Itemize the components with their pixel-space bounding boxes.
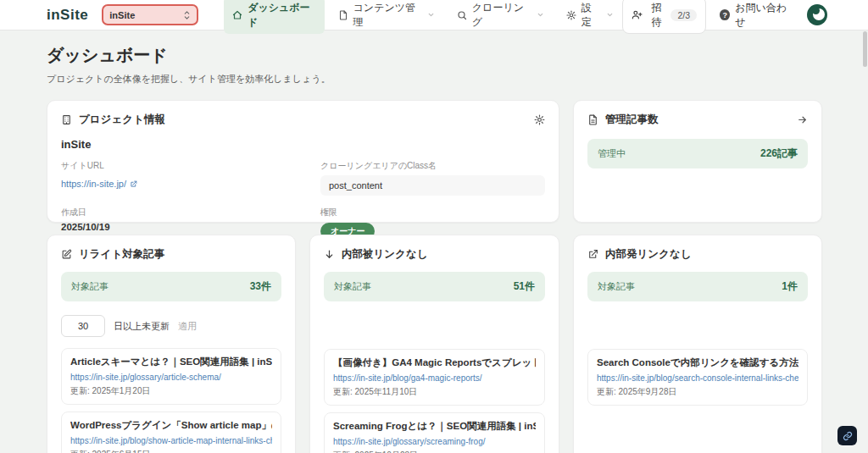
days-suffix-label: 日以上未更新 [114,320,170,333]
building-icon [61,114,72,125]
inbound-count-row: 対象記事 51件 [324,272,545,301]
brand-logo: inSite [47,7,88,24]
nav-content-management[interactable]: コンテンツ管理 [330,0,443,34]
user-avatar[interactable] [807,4,827,25]
external-link-icon [587,249,598,260]
no-inbound-links-card: 内部被リンクなし 対象記事 51件 【画像付き】GA4 Magic Report… [309,235,559,453]
top-card-row: プロジェクト情報 inSite サイトURL https://in-site.j… [47,100,822,223]
chevron-down-icon [537,11,544,19]
gear-icon [566,10,576,20]
article-list-item[interactable]: 【画像付き】GA4 Magic ReportsでスプレッドシートとGA4を自動…… [324,349,545,406]
chevron-down-icon [427,11,435,19]
site-url-text: https://in-site.jp/ [61,179,126,189]
article-title: 【画像付き】GA4 Magic ReportsでスプレッドシートとGA4を自動… [333,356,536,369]
days-input[interactable] [61,315,105,337]
managed-count-label: 管理中 [598,147,626,160]
crawl-class-label: クローリングエリアのClass名 [320,160,545,172]
managed-articles-title: 管理記事数 [605,113,659,127]
crawl-class-value: post_content [320,175,545,196]
invite-count-badge: 2/3 [670,9,697,21]
managed-count-row: 管理中 226記事 [587,139,808,168]
nav-crawling[interactable]: クローリング [448,0,553,34]
article-url-link[interactable]: https://in-site.jp/blog/ga4-magic-report… [333,373,536,383]
inbound-card-title: 内部被リンクなし [342,247,427,262]
main-content: ダッシュボード プロジェクトの全体像を把握し、サイト管理を効率化しましょう。 プ… [0,30,868,453]
home-icon [232,10,242,20]
arrow-down-icon [324,249,335,260]
page-title: ダッシュボード [47,44,822,67]
inbound-count-label: 対象記事 [334,280,371,293]
nav-dashboard[interactable]: ダッシュボード [224,0,324,34]
article-title: Search Consoleで内部リンクを確認する方法【画面キャプチャで詳… [597,356,798,369]
nav-settings-label: 設定 [581,1,599,30]
external-link-icon [130,180,137,188]
project-select[interactable]: inSite [102,4,198,25]
arrow-right-icon[interactable] [797,114,808,125]
scrollbar-thumb[interactable] [863,31,867,67]
project-select-value: inSite [109,10,135,20]
article-list-item[interactable]: Articleスキーマとは？｜SEO関連用語集 | inSite(インサイト) … [61,348,281,405]
bottom-card-row: リライト対象記事 対象記事 33件 日以上未更新 適用 Articleスキーマと… [47,235,822,453]
rewrite-card-title: リライト対象記事 [79,247,164,262]
article-updated: 更新: 2025年9月28日 [597,386,798,398]
article-title: Screaming Frogとは？｜SEO関連用語集 | inSite(インサイ… [333,420,536,433]
article-updated: 更新: 2025年1月20日 [70,385,272,397]
project-info-card: プロジェクト情報 inSite サイトURL https://in-site.j… [47,100,559,223]
link-widget-button[interactable] [837,426,857,445]
file-text-icon [587,114,598,125]
search-icon [457,10,467,20]
contact-link[interactable]: ? お問い合わせ [720,1,793,30]
created-date-value: 2025/10/19 [61,222,278,232]
invite-button[interactable]: 招待 2/3 [622,0,706,34]
article-url-link[interactable]: https://in-site.jp/glossary/screaming-fr… [333,437,536,446]
inbound-count-value: 51件 [514,279,535,294]
rewrite-targets-card: リライト対象記事 対象記事 33件 日以上未更新 適用 Articleスキーマと… [47,235,296,453]
managed-count-value: 226記事 [760,146,798,161]
user-plus-icon [632,9,643,20]
nav-dashboard-label: ダッシュボード [248,1,315,30]
created-date-label: 作成日 [61,207,278,218]
article-updated: 更新: 2025年6月15日 [70,449,272,453]
outbound-count-value: 1件 [782,279,798,294]
managed-articles-card: 管理記事数 管理中 226記事 [573,100,822,223]
top-navbar: inSite inSite ダッシュボード コンテンツ管理 クロー [0,0,868,30]
article-url-link[interactable]: https://in-site.jp/blog/search-console-i… [597,373,798,383]
article-url-link[interactable]: https://in-site.jp/blog/show-article-map… [70,436,272,445]
site-url-label: サイトURL [61,160,278,172]
contact-label: お問い合わせ [735,1,793,30]
site-url-link[interactable]: https://in-site.jp/ [61,179,137,189]
rewrite-count-row: 対象記事 33件 [61,272,281,301]
article-title: WordPressプラグイン「Show article map」の使い方を解説 [70,419,272,432]
no-outbound-links-card: 内部発リンクなし 対象記事 1件 Search Consoleで内部リンクを確認… [573,235,822,453]
article-title: Articleスキーマとは？｜SEO関連用語集 | inSite(インサイト) [70,356,272,368]
days-filter-row: 日以上未更新 適用 [61,315,281,337]
article-list-item[interactable]: WordPressプラグイン「Show article map」の使い方を解説 … [61,412,281,453]
article-list-item[interactable]: Screaming Frogとは？｜SEO関連用語集 | inSite(インサイ… [324,412,545,453]
outbound-card-title: 内部発リンクなし [605,247,691,262]
rewrite-article-list: Articleスキーマとは？｜SEO関連用語集 | inSite(インサイト) … [61,348,281,453]
article-updated: 更新: 2025年11月10日 [333,386,536,398]
up-down-chevron-icon [183,10,191,20]
main-nav: ダッシュボード コンテンツ管理 クローリング 設定 [224,0,621,34]
chevron-down-icon [606,11,614,19]
question-icon: ? [720,9,730,20]
article-updated: 更新: 2025年10月28日 [333,450,536,453]
rewrite-count-value: 33件 [250,279,271,294]
outbound-count-label: 対象記事 [598,280,635,293]
outbound-count-row: 対象記事 1件 [587,272,808,301]
rewrite-count-label: 対象記事 [71,280,108,293]
project-name: inSite [61,138,545,151]
nav-content-label: コンテンツ管理 [353,1,420,30]
invite-label: 招待 [648,1,665,30]
nav-settings[interactable]: 設定 [558,0,622,34]
project-settings-gear-icon[interactable] [534,114,545,125]
outbound-article-list: Search Consoleで内部リンクを確認する方法【画面キャプチャで詳… h… [587,349,808,406]
link-chain-icon [843,431,853,441]
file-icon [338,10,348,20]
edit-pencil-icon [61,249,72,260]
apply-button[interactable]: 適用 [178,320,197,333]
inbound-article-list: 【画像付き】GA4 Magic ReportsでスプレッドシートとGA4を自動…… [324,349,545,453]
article-url-link[interactable]: https://in-site.jp/glossary/article-sche… [70,373,272,382]
page-subtitle: プロジェクトの全体像を把握し、サイト管理を効率化しましょう。 [47,73,822,86]
article-list-item[interactable]: Search Consoleで内部リンクを確認する方法【画面キャプチャで詳… h… [587,349,808,406]
